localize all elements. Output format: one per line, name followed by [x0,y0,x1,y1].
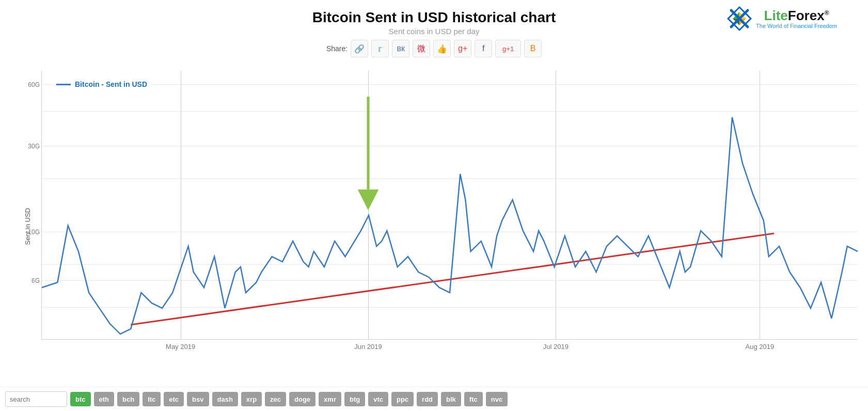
chart-area: Sent in USD 60G 30G 10G 6G May 2019 Jun … [0,66,868,387]
page-header: Bitcoin Sent in USD historical chart Sen… [0,0,868,60]
coin-btn-bsv[interactable]: bsv [187,392,209,406]
y-axis-label: Sent in USD [24,208,31,245]
share-gplus-button[interactable]: g+ [454,40,471,57]
share-blogger-button[interactable]: B [524,40,542,57]
logo-registered: ® [825,9,829,17]
liteforex-logo: LiteForex® The World of Financial Freedo… [726,5,837,32]
legend-label: Bitcoin - Sent in USD [75,80,147,88]
coin-btn-blk[interactable]: blk [441,392,461,406]
coin-btn-ftc[interactable]: ftc [464,392,483,406]
y-tick-10g: 10G [28,229,40,236]
chart-wrapper: 60G 30G 10G 6G May 2019 Jun 2019 Jul 201… [41,71,858,340]
share-row: Share: 🔗 𝕣 вк 微 👍 g+ f g+1 B [0,40,868,57]
coin-btn-ltc[interactable]: ltc [143,392,161,406]
coin-btn-dash[interactable]: dash [212,392,238,406]
y-tick-60g: 60G [28,81,40,88]
coin-btn-bch[interactable]: bch [117,392,139,406]
search-input[interactable] [5,391,67,407]
coin-btn-xrp[interactable]: xrp [241,392,262,406]
coin-btn-btg[interactable]: btg [344,392,365,406]
trend-line [131,233,774,325]
share-facebook-button[interactable]: f [475,40,492,57]
share-weibo-button[interactable]: 微 [413,40,430,57]
page-container: Bitcoin Sent in USD historical chart Sen… [0,0,868,411]
chart-svg [42,71,858,339]
coin-btn-rdd[interactable]: rdd [417,392,438,406]
coin-btn-eth[interactable]: eth [94,392,115,406]
chart-legend: Bitcoin - Sent in USD [52,78,151,90]
x-tick-may: May 2019 [166,343,195,351]
bottom-bar: btcethbchltcetcbsvdashxrpzecdogexmrbtgvt… [0,387,868,411]
legend-line-icon [56,84,71,85]
coin-btn-vtc[interactable]: vtc [368,392,388,406]
logo-lite-text: Lite [764,8,788,23]
share-label: Share: [326,44,348,53]
y-tick-30g: 30G [28,143,40,150]
coin-btn-etc[interactable]: etc [164,392,184,406]
coin-btn-doge[interactable]: doge [289,392,315,406]
y-tick-6g: 6G [31,277,40,284]
coin-buttons: btcethbchltcetcbsvdashxrpzecdogexmrbtgvt… [70,392,508,406]
coin-btn-btc[interactable]: btc [70,392,91,406]
share-like-button[interactable]: 👍 [433,40,451,57]
share-gplusone-button[interactable]: g+1 [495,40,521,57]
x-tick-aug: Aug 2019 [746,343,775,351]
coin-btn-nvc[interactable]: nvc [486,392,508,406]
bitcoin-line [42,117,858,334]
share-twitter-button[interactable]: 𝕣 [371,40,389,57]
green-arrow-head [358,190,379,210]
coin-btn-xmr[interactable]: xmr [319,392,341,406]
logo-diamond-icon [726,5,753,32]
x-tick-jul: Jul 2019 [543,343,569,351]
x-tick-jun: Jun 2019 [354,343,382,351]
logo-subtitle: The World of Financial Freedom [756,23,837,29]
coin-btn-zec[interactable]: zec [265,392,286,406]
share-vk-button[interactable]: вк [392,40,409,57]
share-reddit-button[interactable]: 🔗 [351,40,368,57]
coin-btn-ppc[interactable]: ppc [391,392,414,406]
logo-forex-text: Forex [788,8,825,23]
